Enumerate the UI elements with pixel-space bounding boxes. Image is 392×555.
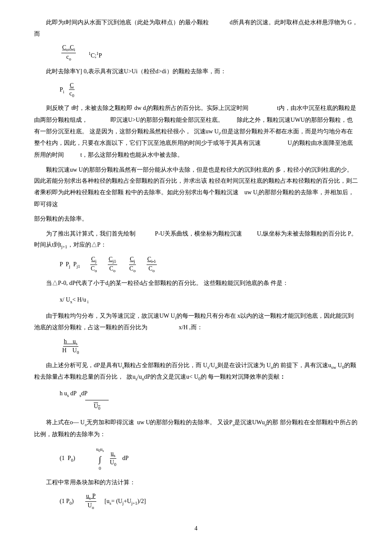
- h-numer: h us: [64, 338, 78, 345]
- pi-denom: c0: [69, 90, 74, 97]
- paragraph-11: 由于颗粒均匀分布，又为等速沉淀，故沉速UW Ui的每一颗粒只有分布在 x以内的这…: [34, 311, 358, 334]
- formula-p-pj: P Pj Pj1 Cj Co Cj1 Co Cj Co Ci·1 Co: [60, 256, 358, 273]
- u0-denom-text: U0: [85, 400, 109, 413]
- co-denom1: Co: [91, 265, 97, 272]
- formula-co-ci: Co.Ci co 1C;1P: [60, 44, 358, 62]
- integral-denom: U0: [110, 459, 116, 466]
- paragraph-6: 颗粒沉速uw U的那部分颗粒虽然有一部分能从水中去除，但是也是粒径大的沉到柱底的…: [34, 164, 358, 210]
- integral-upper: u0us: [96, 444, 104, 455]
- paragraph-15: 将上式在o— U₀无穷加和即得沉速 uw U的那部分颗粒的去除率。 又设P₀是沉…: [34, 417, 358, 440]
- one-p0-sum-label: (1 P0): [60, 495, 74, 508]
- xux-text: x/ Ux< H/u i: [60, 296, 89, 303]
- paragraph-7: 为了推出其计算式，我们首先绘制 P-U关系曲线，横坐标为颗粒沉速 U,纵坐标为未…: [34, 228, 358, 251]
- formula-1p0-sum: (1 P0) us P Uo [us= (Uj+Uj+1)/2]: [60, 492, 358, 510]
- integral-symbol: ∫: [99, 455, 101, 463]
- paragraph-5: 则反映了 t时，未被去除之颗粒即 dw di的颗粒所占的百分比。实际上沉淀时间 …: [34, 103, 358, 161]
- integral-dp: dP: [122, 452, 129, 464]
- paragraph-1: 此即为t时间内从水面下沉到池底（此处为取样点）的最小颗粒 d所具有的沉速。此时取…: [34, 17, 358, 40]
- p-spacer: [83, 259, 86, 270]
- pi-numer: C: [70, 82, 74, 89]
- cj1-numer: Cj1: [109, 256, 116, 262]
- paragraph-3: 此时去除率Y] 0,表示具有沉速U>Ui（粒径d>di）的颗粒去除率，而：: [34, 66, 358, 78]
- formula-1c1p: 1C;1P: [81, 49, 102, 62]
- sum-denom: Uo: [87, 502, 94, 509]
- formula-denom-co: co: [66, 54, 71, 60]
- formula-husdp: h us dP sdP U0: [60, 388, 358, 413]
- formula-hus: h us H U0: [60, 338, 358, 356]
- integral-sign: [78, 449, 92, 468]
- p-label: P Pj Pj1: [60, 259, 80, 271]
- formula-numer-coci: Co.Ci: [62, 44, 75, 51]
- co-denom4: Co: [148, 265, 155, 272]
- ci1-numer: Ci·1: [147, 256, 156, 262]
- page-number-text: 4: [195, 525, 198, 532]
- formula-xux: x/ Ux< H/u i: [60, 294, 358, 306]
- one-p0-label: (1 P0): [60, 452, 75, 465]
- formula-1p0-integral: (1 P0) u0us ∫ 0 us U0 dP: [60, 444, 358, 473]
- pi-label: Pi: [60, 84, 64, 96]
- integral-lower: 0: [99, 463, 101, 473]
- page-number: 4: [34, 523, 358, 534]
- paragraph-17: 工程中常用条块加和的方法计算：: [34, 477, 358, 489]
- co-denom3: Co: [130, 265, 136, 272]
- integral-numer: us: [111, 450, 115, 457]
- formula-pi: Pi C c0: [60, 82, 358, 99]
- page-container: 此即为t时间内从水面下沉到池底（此处为取样点）的最小颗粒 d所具有的沉速。此时取…: [34, 17, 358, 534]
- husdp-text: h us dP sdP: [60, 388, 87, 400]
- sum-numer: us P: [86, 493, 95, 499]
- paragraph-13: 由上述分析可见，dP是具有Us颗粒占全部颗粒的百分比，而 Us/Uo则是在设计沉…: [34, 360, 358, 383]
- cj-numer2: Cj: [130, 256, 135, 262]
- co-denom2: Co: [110, 265, 116, 272]
- hu0-denom: H U0: [62, 347, 79, 354]
- cj-numer: Cj: [91, 256, 96, 262]
- sum-bracket: [us= (Uj+Uj+1)/2]: [101, 495, 146, 508]
- paragraph-6b: 部分颗粒的去除率。: [34, 213, 358, 225]
- paragraph-9: 当△P-0, dP代表了小于di的某一粒径d占全部颗粒的百分比。 这些颗粒能沉到…: [34, 278, 358, 290]
